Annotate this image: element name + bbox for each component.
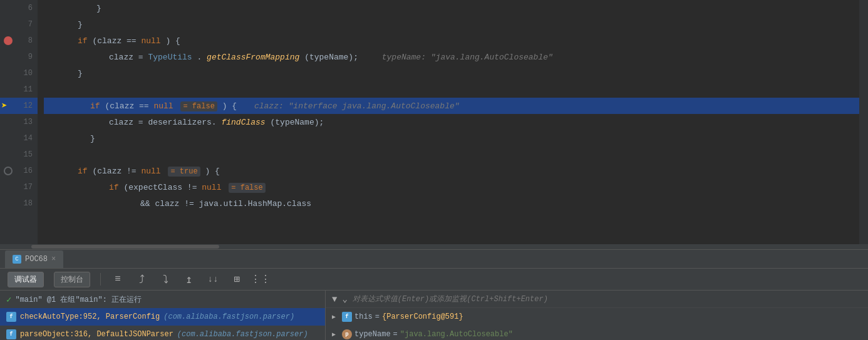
var-expand-arrow-this[interactable]: ▶ — [332, 313, 339, 321]
stack-frame-2-class: (com.alibaba.fastjson.parser) — [177, 330, 308, 339]
var-name-this: this — [354, 312, 373, 321]
filter-icon[interactable]: ▼ — [332, 294, 337, 304]
toolbar-step-into-icon[interactable]: ⤵ — [158, 272, 172, 286]
toolbar-run-to-cursor-icon[interactable]: ↓↓ — [206, 272, 220, 286]
gutter-line-16: 16 — [0, 163, 38, 179]
toolbar-step-out-icon[interactable]: ↥ — [182, 272, 196, 286]
code-line-18: && clazz != java.util.HashMap.class — [44, 195, 868, 212]
stack-frame-1[interactable]: f checkAutoType:952, ParserConfig (com.a… — [0, 308, 325, 326]
vertical-scrollbar[interactable] — [859, 0, 868, 244]
stack-frame-1-class: (com.alibaba.fastjson.parser) — [163, 312, 294, 321]
toolbar-more-icon[interactable]: ⋮⋮ — [254, 272, 267, 286]
thread-main[interactable]: ✓ "main" @1 在组"main": 正在运行 — [0, 291, 325, 308]
variables-panel: ▼ ⌄ 对表达式求值(Enter)或添加监视(Ctrl+Shift+Enter)… — [326, 291, 868, 340]
gutter-line-11: 11 — [0, 81, 38, 98]
debugger-tab-button[interactable]: 调试器 — [8, 272, 44, 287]
toolbar-step-over-icon[interactable]: ⤴ — [135, 272, 148, 286]
threads-panel: ✓ "main" @1 在组"main": 正在运行 f checkAutoTy… — [0, 291, 326, 340]
line-gutter: 6 7 8 9 10 11 ➤ 12 13 — [0, 0, 38, 244]
gutter-line-14: 14 — [0, 130, 38, 147]
stack-frame-1-method: checkAutoType:952, ParserConfig — [20, 312, 160, 321]
var-expand-arrow-typename[interactable]: ▶ — [332, 331, 339, 338]
variables-hint: 对表达式求值(Enter)或添加监视(Ctrl+Shift+Enter) — [353, 294, 548, 304]
gutter-line-7: 7 — [0, 16, 38, 33]
var-name-typename: typeName — [354, 330, 391, 339]
horizontal-scrollbar[interactable] — [0, 244, 868, 249]
gutter-line-10: 10 — [0, 65, 38, 81]
gutter-line-13: 13 — [0, 114, 38, 130]
code-line-9: clazz = TypeUtils . getClassFromMapping … — [44, 49, 868, 65]
toolbar-table-icon[interactable]: ⊞ — [230, 272, 244, 286]
var-value-typename: "java.lang.AutoCloseable" — [400, 330, 513, 339]
code-line-16: if (clazz != null = true ) { — [44, 163, 868, 179]
breakpoint-8 — [4, 36, 13, 45]
code-line-6: } — [44, 0, 868, 16]
scrollbar-thumb — [31, 245, 219, 249]
gutter-line-17: 17 — [0, 179, 38, 195]
stack-frame-2[interactable]: f parseObject:316, DefaultJSONParser (co… — [0, 326, 325, 340]
thread-check-icon: ✓ — [6, 294, 11, 305]
debug-panel: ✓ "main" @1 在组"main": 正在运行 f checkAutoTy… — [0, 291, 868, 340]
gutter-line-12: ➤ 12 — [0, 98, 38, 114]
variables-toolbar: ▼ ⌄ 对表达式求值(Enter)或添加监视(Ctrl+Shift+Enter) — [326, 291, 868, 308]
debug-value-12: = false — [180, 101, 217, 111]
var-icon-this: f — [342, 312, 352, 322]
stack-frame-2-method: parseObject:316, DefaultJSONParser — [20, 330, 173, 339]
breakpoint-16 — [4, 167, 13, 175]
code-line-15 — [44, 147, 868, 163]
debug-value-17: = false — [229, 183, 265, 193]
code-line-12: if (clazz == null = false ) { clazz: "in… — [44, 98, 868, 114]
var-icon-typename: p — [342, 329, 352, 339]
thread-name-label: "main" @1 在组"main": 正在运行 — [15, 294, 142, 305]
code-line-14: } — [44, 130, 868, 147]
code-editor[interactable]: 6 7 8 9 10 11 ➤ 12 13 — [0, 0, 868, 244]
var-value-this: {ParserConfig@591} — [382, 312, 463, 321]
debug-toolbar: 调试器 控制台 ≡ ⤴ ⤵ ↥ ↓↓ ⊞ ⋮⋮ — [0, 268, 868, 291]
toolbar-list-icon[interactable]: ≡ — [111, 272, 125, 286]
gutter-line-15: 15 — [0, 147, 38, 163]
code-line-7: } — [44, 16, 868, 33]
tab-poc68[interactable]: C POC68 × — [5, 250, 63, 268]
code-line-13: clazz = deserializers. findClass (typeNa… — [44, 114, 868, 130]
console-tab-button[interactable]: 控制台 — [54, 272, 90, 287]
gutter-line-18: 18 — [0, 195, 38, 212]
var-row-typename[interactable]: ▶ p typeName = "java.lang.AutoCloseable" — [326, 326, 868, 340]
code-line-8: if (clazz == null ) { — [44, 33, 868, 49]
debug-value-16: = true — [168, 167, 200, 177]
tab-close-button[interactable]: × — [51, 255, 56, 264]
tab-bar: C POC68 × — [0, 249, 868, 268]
code-content[interactable]: } } if (clazz == null ) { clazz = TypeUt… — [38, 0, 868, 244]
gutter-line-6: 6 — [0, 0, 38, 16]
gutter-line-9: 9 — [0, 49, 38, 65]
code-line-17: if (expectClass != null = false — [44, 179, 868, 195]
tab-label: POC68 — [25, 255, 48, 264]
gutter-line-8: 8 — [0, 33, 38, 49]
code-line-10: } — [44, 65, 868, 81]
current-line-arrow: ➤ — [1, 100, 8, 112]
tab-file-icon: C — [13, 255, 21, 264]
var-row-this[interactable]: ▶ f this = {ParserConfig@591} — [326, 308, 868, 326]
code-line-11 — [44, 81, 868, 98]
toolbar-sep-1 — [100, 273, 101, 286]
filter-expand-icon[interactable]: ⌄ — [342, 294, 347, 304]
